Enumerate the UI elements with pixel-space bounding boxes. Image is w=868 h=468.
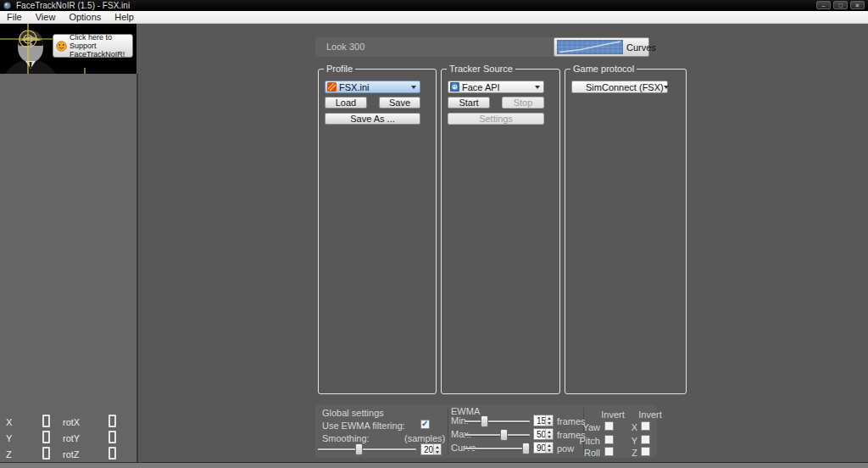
smiley-icon [56, 41, 67, 52]
ewma-max-slider-handle[interactable] [500, 429, 508, 441]
invert-pitch-label: Pitch [570, 436, 600, 446]
global-settings-title: Global settings [322, 408, 384, 418]
load-button[interactable]: Load [325, 97, 367, 109]
invert-z-label: Z [614, 448, 637, 458]
profile-group-title: Profile [324, 64, 355, 75]
game-group-title: Game protocol [570, 64, 637, 75]
ewma-filter-checkbox[interactable] [420, 420, 430, 429]
tracker-combo-value: Face API [462, 82, 500, 92]
headpose-y-display [42, 431, 50, 443]
spinner-arrows-icon[interactable] [433, 444, 441, 454]
invert-roll-checkbox[interactable] [604, 447, 614, 456]
faceapi-icon [450, 82, 459, 92]
save-button[interactable]: Save [379, 97, 420, 109]
app-window: FaceTrackNoIR (1.5) - FSX.ini – □ ✕ File… [0, 0, 868, 468]
settings-panel: Global settings Use EWMA filtering: Smoo… [315, 404, 657, 458]
smoothing-slider[interactable] [318, 448, 416, 451]
chevron-down-icon [664, 86, 669, 89]
chevron-down-icon [531, 86, 543, 89]
profile-combo-value: FSX.ini [339, 82, 369, 92]
smoothing-value: 20 [424, 445, 433, 454]
ewma-curve-slider[interactable] [465, 448, 530, 450]
panel-divider [136, 74, 138, 462]
logo-strip: Click here to Support FaceTrackNoIR! [0, 24, 136, 74]
invert-y-label: Y [614, 436, 637, 446]
window-title: FaceTrackNoIR (1.5) - FSX.ini [16, 0, 130, 11]
invert-translation-header: Invert [633, 410, 667, 420]
invert-rotation-header: Invert [596, 410, 630, 420]
look-status-bar: Look 300 [315, 37, 554, 57]
menu-options[interactable]: Options [62, 11, 108, 23]
invert-yaw-checkbox[interactable] [604, 421, 614, 431]
close-button[interactable]: ✕ [850, 1, 865, 9]
invert-y-checkbox[interactable] [641, 435, 650, 444]
headpose-x-display [42, 415, 50, 427]
headpose-z-label: Z [6, 449, 12, 460]
ewma-curve-slider-handle[interactable] [522, 443, 530, 454]
chevron-down-icon [408, 86, 420, 89]
ewma-min-spinbox[interactable]: 15 [533, 415, 554, 426]
invert-roll-label: Roll [570, 448, 600, 458]
spinner-arrows-icon[interactable] [545, 415, 553, 426]
headpose-x-label: X [6, 417, 12, 427]
spinner-arrows-icon[interactable] [545, 429, 553, 439]
invert-yaw-label: Yaw [570, 422, 600, 432]
maximize-button[interactable]: □ [833, 1, 848, 9]
tracker-source-groupbox: Tracker Source Face API Start Stop Setti… [441, 69, 560, 394]
menu-view[interactable]: View [29, 11, 63, 23]
support-button[interactable]: Click here to Support FaceTrackNoIR! [53, 34, 133, 58]
menu-help[interactable]: Help [108, 11, 141, 23]
smoothing-slider-handle[interactable] [355, 443, 363, 455]
curves-button[interactable]: Curves [554, 37, 649, 57]
tracker-combobox[interactable]: Face API [448, 81, 544, 93]
minimize-button[interactable]: – [816, 1, 831, 9]
stop-button[interactable]: Stop [502, 97, 544, 109]
start-button[interactable]: Start [448, 97, 490, 109]
window-bottom-frame [0, 462, 868, 468]
titlebar: FaceTrackNoIR (1.5) - FSX.ini – □ ✕ [0, 0, 868, 11]
headpose-rotz-display [108, 447, 116, 460]
look-label: Look 300 [326, 37, 554, 57]
support-button-label: Click here to Support FaceTrackNoIR! [70, 33, 130, 58]
menu-file[interactable]: File [0, 11, 29, 23]
samples-label: (samples) [404, 433, 443, 443]
curve-thumbnail [557, 40, 623, 54]
smoothing-label: Smoothing: [322, 433, 370, 443]
settings-button[interactable]: Settings [448, 113, 544, 125]
ewma-min-slider-handle[interactable] [481, 415, 488, 427]
ewma-curve-spinbox[interactable]: 90 [533, 442, 554, 454]
ewma-filter-label: Use EWMA filtering: [322, 421, 405, 431]
invert-x-label: X [614, 422, 637, 432]
headpose-rotz-label: rotZ [63, 449, 80, 460]
headpose-rotx-label: rotX [63, 417, 80, 427]
game-combo-value: SimConnect (FSX) [586, 82, 664, 92]
spinner-arrows-icon[interactable] [545, 443, 553, 453]
headpose-rotx-display [108, 415, 116, 427]
save-as-button[interactable]: Save As ... [325, 113, 420, 125]
headpose-roty-display [108, 431, 116, 443]
fsx-icon [327, 82, 337, 92]
ewma-max-spinbox[interactable]: 50 [533, 428, 554, 440]
curves-button-label: Curves [626, 42, 656, 53]
profile-combobox[interactable]: FSX.ini [325, 81, 420, 93]
headpose-z-display [42, 447, 50, 460]
game-protocol-combobox[interactable]: SimConnect (FSX) [571, 81, 668, 93]
headpose-roty-label: rotY [63, 433, 80, 443]
invert-z-checkbox[interactable] [641, 447, 650, 456]
tracker-group-title: Tracker Source [447, 64, 515, 75]
profile-groupbox: Profile FSX.ini Load Save Save As ... [318, 69, 437, 394]
left-panel [0, 74, 136, 462]
section-divider [448, 408, 448, 454]
ewma-max-slider[interactable] [465, 434, 530, 437]
invert-x-checkbox[interactable] [641, 421, 650, 431]
game-protocol-groupbox: Game protocol SimConnect (FSX) [565, 69, 687, 394]
menubar: File View Options Help [0, 11, 868, 24]
headpose-y-label: Y [6, 433, 12, 443]
invert-pitch-checkbox[interactable] [604, 435, 614, 444]
smoothing-spinbox[interactable]: 20 [420, 443, 442, 455]
ewma-min-slider[interactable] [465, 421, 530, 423]
app-icon [3, 2, 11, 9]
